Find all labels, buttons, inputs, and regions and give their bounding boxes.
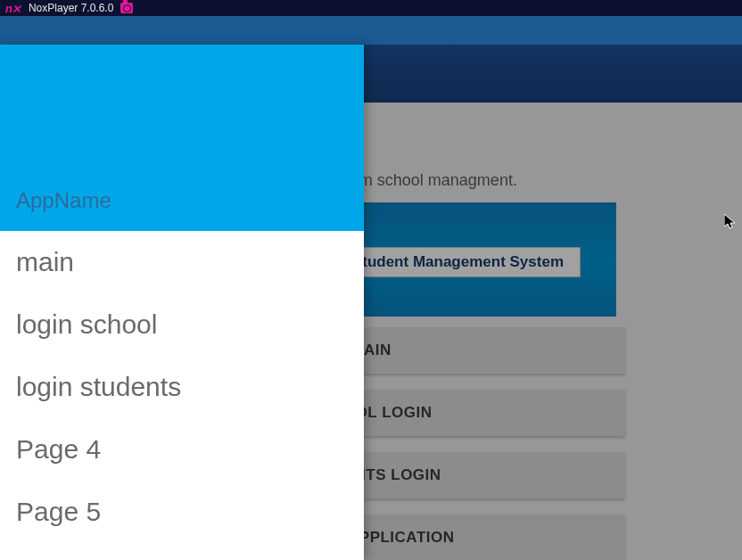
drawer-title: AppName — [16, 188, 111, 213]
drawer-item-main[interactable]: main — [0, 231, 364, 293]
camera-icon[interactable] — [120, 3, 133, 13]
nox-logo-icon: n⨯ — [5, 2, 21, 15]
navigation-drawer: AppName main login school login students… — [0, 45, 364, 560]
emulator-titlebar: n⨯ NoxPlayer 7.0.6.0 — [0, 0, 742, 16]
titlebar-text: NoxPlayer 7.0.6.0 — [29, 2, 113, 14]
drawer-header: AppName — [0, 45, 364, 231]
drawer-item-page-5[interactable]: Page 5 — [0, 481, 364, 543]
drawer-item-login-school[interactable]: login school — [0, 293, 364, 356]
drawer-item-page-4[interactable]: Page 4 — [0, 418, 364, 481]
drawer-item-login-students[interactable]: login students — [0, 356, 364, 418]
